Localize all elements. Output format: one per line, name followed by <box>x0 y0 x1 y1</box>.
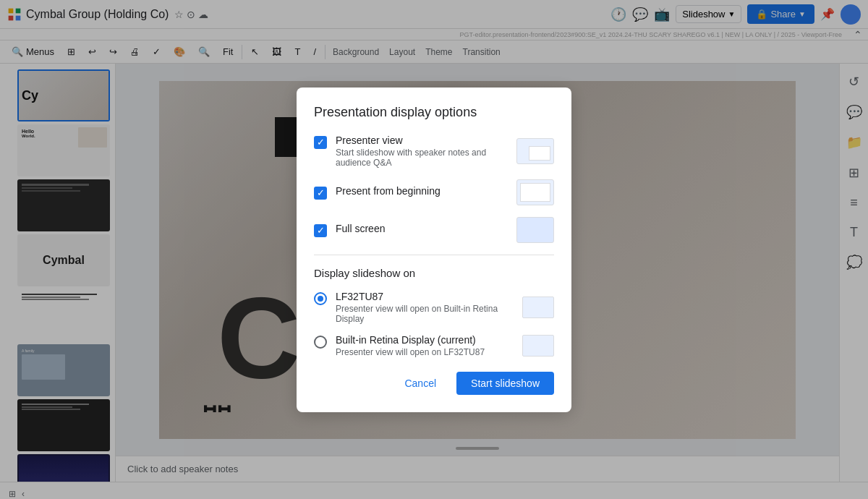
modal-title: Presentation display options <box>314 105 554 120</box>
fullscreen-checkbox[interactable]: ✓ <box>314 224 327 237</box>
presenter-view-subtitle: Start slideshow with speaker notes and a… <box>336 148 516 168</box>
display-option-1: LF32TU87 Presenter view will open on Bui… <box>314 291 554 324</box>
display-section-title: Display slideshow on <box>314 267 554 279</box>
present-beginning-checkbox[interactable]: ✓ <box>314 187 327 200</box>
display-option-2-thumb <box>522 335 554 357</box>
display-option-2-label: Built-in Retina Display (current) <box>336 334 485 346</box>
presenter-view-thumb <box>516 138 554 164</box>
display-option-1-label: LF32TU87 <box>336 291 522 302</box>
cancel-button[interactable]: Cancel <box>390 372 451 395</box>
fullscreen-thumb <box>516 217 554 243</box>
display-option-1-thumb <box>522 297 554 318</box>
display-radio-1[interactable] <box>314 292 327 305</box>
start-slideshow-button[interactable]: Start slideshow <box>456 372 554 395</box>
presenter-view-label: Presenter view <box>336 135 516 146</box>
present-beginning-thumb <box>516 179 554 205</box>
present-beginning-label: Present from beginning <box>336 185 441 197</box>
option-presenter-view: ✓ Presenter view Start slideshow with sp… <box>314 135 554 168</box>
modal-overlay[interactable]: Presentation display options ✓ Presenter… <box>0 0 868 499</box>
display-option-1-subtitle: Presenter view will open on Built-in Ret… <box>336 304 522 324</box>
display-radio-2[interactable] <box>314 336 327 349</box>
modal-footer: Cancel Start slideshow <box>314 372 554 395</box>
fullscreen-label: Full screen <box>336 223 385 234</box>
presentation-options-modal: Presentation display options ✓ Presenter… <box>297 88 571 412</box>
option-fullscreen: ✓ Full screen <box>314 217 554 243</box>
modal-divider <box>314 255 554 255</box>
display-option-2: Built-in Retina Display (current) Presen… <box>314 334 554 357</box>
option-present-beginning: ✓ Present from beginning <box>314 179 554 205</box>
display-option-2-subtitle: Presenter view will open on LF32TU87 <box>336 347 485 357</box>
presenter-view-checkbox[interactable]: ✓ <box>314 136 327 149</box>
